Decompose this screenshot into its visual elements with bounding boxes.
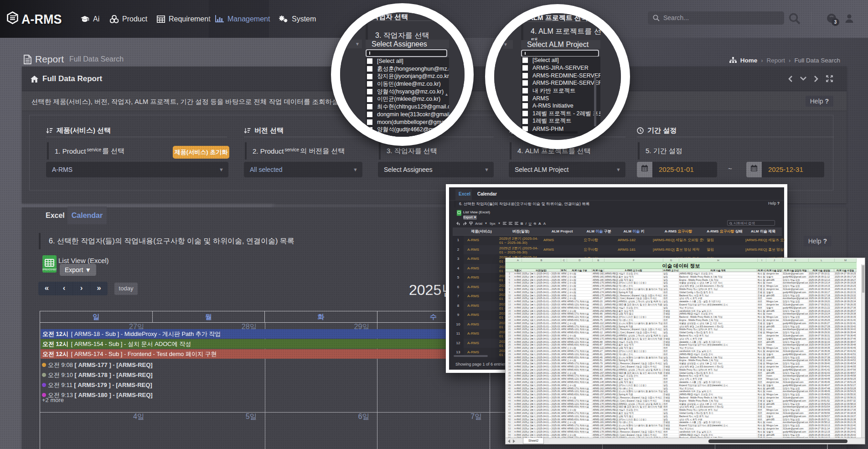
svg-text:SPREADSHEET: SPREADSHEET xyxy=(42,268,57,271)
